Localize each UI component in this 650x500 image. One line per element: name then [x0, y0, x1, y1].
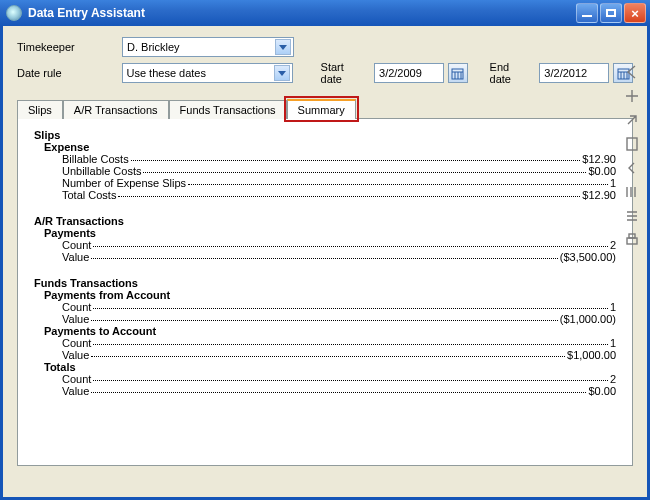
startdate-calendar-button[interactable]	[448, 63, 468, 83]
startdate-label: Start date	[321, 61, 368, 85]
enddate-input[interactable]: 3/2/2012	[539, 63, 609, 83]
timekeeper-label: Timekeeper	[17, 41, 122, 53]
app-icon	[6, 5, 22, 21]
line-totals-value: Value$0.00	[62, 385, 616, 397]
maximize-button[interactable]	[600, 3, 622, 23]
list-icon[interactable]	[622, 206, 642, 226]
startdate-input[interactable]: 3/2/2009	[374, 63, 444, 83]
timekeeper-combo[interactable]: D. Brickley	[122, 37, 294, 57]
tab-funds[interactable]: Funds Transactions	[169, 100, 287, 119]
tab-bar: Slips A/R Transactions Funds Transaction…	[3, 90, 647, 118]
daterule-label: Date rule	[17, 67, 122, 79]
timekeeper-value: D. Brickley	[127, 41, 275, 53]
funds-header: Funds Transactions	[34, 277, 616, 289]
line-to-count: Count1	[62, 337, 616, 349]
svg-rect-0	[627, 138, 637, 150]
line-ar-value: Value($3,500.00)	[62, 251, 616, 263]
client-area: Timekeeper D. Brickley Date rule Use the…	[0, 26, 650, 500]
titlebar: Data Entry Assistant ×	[0, 0, 650, 26]
to-header: Payments to Account	[44, 325, 616, 337]
prev-icon[interactable]	[622, 158, 642, 178]
svg-rect-1	[627, 238, 637, 244]
daterule-value: Use these dates	[127, 67, 274, 79]
print-icon[interactable]	[622, 230, 642, 250]
line-total-costs: Total Costs$12.90	[62, 189, 616, 201]
payments-header: Payments	[44, 227, 616, 239]
line-exp-count: Number of Expense Slips1	[62, 177, 616, 189]
filter-form: Timekeeper D. Brickley Date rule Use the…	[3, 26, 647, 90]
tab-ar[interactable]: A/R Transactions	[63, 100, 169, 119]
line-totals-count: Count2	[62, 373, 616, 385]
expense-header: Expense	[44, 141, 616, 153]
line-ar-count: Count2	[62, 239, 616, 251]
chevron-down-icon	[274, 65, 290, 81]
doc-icon[interactable]	[622, 134, 642, 154]
summary-panel: Slips Expense Billable Costs$12.90 Unbil…	[17, 118, 633, 466]
nav-back-icon[interactable]	[622, 62, 642, 82]
from-header: Payments from Account	[44, 289, 616, 301]
slips-header: Slips	[34, 129, 616, 141]
enddate-label: End date	[490, 61, 534, 85]
line-to-value: Value$1,000.00	[62, 349, 616, 361]
ar-header: A/R Transactions	[34, 215, 616, 227]
line-from-count: Count1	[62, 301, 616, 313]
chevron-down-icon	[275, 39, 291, 55]
calendar-icon	[451, 67, 464, 80]
totals-header: Totals	[44, 361, 616, 373]
tab-summary[interactable]: Summary	[287, 99, 356, 119]
window-title: Data Entry Assistant	[28, 6, 574, 20]
line-unbillable: Unbillable Costs$0.00	[62, 165, 616, 177]
daterule-combo[interactable]: Use these dates	[122, 63, 293, 83]
line-billable: Billable Costs$12.90	[62, 153, 616, 165]
library-icon[interactable]	[622, 182, 642, 202]
svg-rect-2	[629, 234, 635, 238]
close-button[interactable]: ×	[624, 3, 646, 23]
tab-slips[interactable]: Slips	[17, 100, 63, 119]
line-from-value: Value($1,000.00)	[62, 313, 616, 325]
minimize-button[interactable]	[576, 3, 598, 23]
